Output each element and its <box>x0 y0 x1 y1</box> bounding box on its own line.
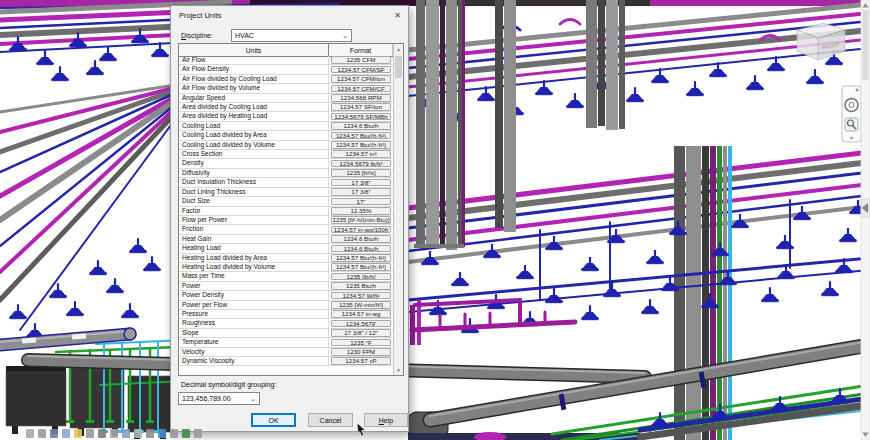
format-button[interactable]: 1234.57 Btu/(h·ft³) <box>331 263 391 271</box>
unit-name: Velocity <box>179 348 329 356</box>
format-button[interactable]: 1235 [W-min/ft³] <box>331 301 391 309</box>
format-button[interactable]: 1234.57 W/ft² <box>331 292 391 300</box>
format-cell: 1235 [lb/h] <box>329 272 393 280</box>
format-button[interactable]: 1234.6 Btu/h <box>331 122 391 130</box>
format-button[interactable]: 1234.5679 SF/MBh <box>331 113 391 121</box>
format-button[interactable]: 1234.5679' <box>331 320 391 328</box>
view-control-icon[interactable] <box>122 429 130 438</box>
view-control-icon[interactable] <box>158 429 166 438</box>
ok-button[interactable]: OK <box>251 413 296 427</box>
view-control-icon[interactable] <box>170 429 178 438</box>
format-button[interactable]: 12.35% <box>331 207 391 215</box>
units-column-header[interactable]: Units <box>179 44 329 56</box>
format-button[interactable]: 1234.57 Btu/(h·ft²) <box>331 132 391 140</box>
scrollbar-thumb[interactable] <box>863 10 869 80</box>
sprinkler-pipe-band <box>408 258 870 333</box>
table-row: Power Density 1234.57 W/ft² <box>179 291 393 300</box>
discipline-select[interactable]: HVAC ⌄ <box>231 29 352 42</box>
units-table: Units Format Air Flow 1235 CFM Air Flow … <box>178 43 404 376</box>
format-button[interactable]: 1235 [ft²/s] <box>331 169 391 177</box>
navbar-gear-icon[interactable] <box>856 89 859 92</box>
format-button[interactable]: 1234.57 SF/ton <box>331 103 391 111</box>
view-control-icon[interactable] <box>194 429 202 438</box>
table-scrollbar-thumb[interactable] <box>395 56 402 78</box>
view-control-icon[interactable] <box>38 429 46 438</box>
cancel-button[interactable]: Cancel <box>308 413 353 427</box>
format-button[interactable]: 1235 CFM <box>331 56 391 64</box>
format-button[interactable]: 1235 [ft³·h/(min-Btu)] <box>331 216 391 224</box>
format-cell: 1234.6 Btu/h <box>329 235 393 243</box>
format-button[interactable]: 1230 FPM <box>331 348 391 356</box>
view-control-icon[interactable] <box>146 429 154 438</box>
format-cell: 1235 [ft²/s] <box>329 169 393 177</box>
format-button[interactable]: 1234.57 in-wg <box>331 310 391 318</box>
view-control-icon[interactable] <box>134 429 142 438</box>
format-button[interactable]: 1234.568 RPM <box>331 94 391 102</box>
view-control-icon[interactable] <box>74 429 82 438</box>
format-button[interactable]: 17 3/8" <box>331 188 391 196</box>
unit-name: Power <box>179 282 329 290</box>
table-row: Density 1234.5679 lb/ft³ <box>179 159 393 168</box>
unit-name: Duct Size <box>179 197 329 205</box>
view-control-icon[interactable] <box>98 429 106 438</box>
unit-name: Angular Speed <box>179 94 329 102</box>
format-button[interactable]: 1234.5679 lb/ft³ <box>331 160 391 168</box>
units-table-body: Air Flow 1235 CFM Air Flow Density 1234.… <box>179 56 393 375</box>
table-row: Slope 17 3/8" / 12" <box>179 329 393 338</box>
table-row: Cooling Load 1234.6 Btu/h <box>179 122 393 131</box>
format-button[interactable]: 1234.57 CFM/ton <box>331 75 391 83</box>
format-button[interactable]: 1234.57 cP <box>331 357 391 365</box>
navigation-bar: ▾ <box>842 86 861 142</box>
format-button[interactable]: 1234.57 Btu/(h·ft²) <box>331 254 391 262</box>
table-row: Mass per Time 1235 [lb/h] <box>179 272 393 281</box>
table-row: Temperature 1235 °F <box>179 338 393 347</box>
format-cell: 1235 [W-min/ft³] <box>329 301 393 309</box>
duct-run-left-wedge <box>0 84 182 338</box>
zoom-tool-icon[interactable] <box>845 118 858 131</box>
view-control-icon[interactable] <box>86 429 94 438</box>
format-column-header[interactable]: Format <box>329 44 393 56</box>
decimal-grouping-select[interactable]: 123,456,789.00 ⌄ <box>178 392 260 405</box>
format-cell: 17 3/8" <box>329 178 393 186</box>
scroll-down-icon[interactable]: ▼ <box>394 365 403 375</box>
close-icon[interactable]: ✕ <box>394 11 401 20</box>
format-button[interactable]: 17" <box>331 198 391 206</box>
format-button[interactable]: 1234.57 CFM/SF <box>331 66 391 74</box>
help-button[interactable]: Help <box>364 413 408 427</box>
view-control-icon[interactable] <box>62 429 70 438</box>
format-button[interactable]: 17 3/8" <box>331 179 391 187</box>
table-row: Air Flow 1235 CFM <box>179 56 393 65</box>
unit-name: Air Flow Density <box>179 65 329 73</box>
format-cell: 17" <box>329 197 393 205</box>
format-button[interactable]: 17 3/8" / 12" <box>331 329 391 337</box>
format-button[interactable]: 1234.57 in-wg/100ft <box>331 226 391 234</box>
format-button[interactable]: 1234.57 in² <box>331 150 391 158</box>
format-button[interactable]: 1235 Btu/h <box>331 282 391 290</box>
view-control-icon[interactable] <box>26 429 34 438</box>
unit-name: Cooling Load <box>179 122 329 130</box>
table-row: Area divided by Cooling Load 1234.57 SF/… <box>179 103 393 112</box>
scroll-up-icon[interactable]: ▲ <box>394 44 403 55</box>
format-button[interactable]: 1235 [lb/h] <box>331 273 391 281</box>
unit-name: Power per Flow <box>179 301 329 309</box>
view-control-icon[interactable] <box>182 429 190 438</box>
table-row: Power 1235 Btu/h <box>179 282 393 291</box>
table-scrollbar[interactable]: ▲ ▼ <box>393 44 403 375</box>
table-row: Angular Speed 1234.568 RPM <box>179 94 393 103</box>
dialog-titlebar[interactable]: Project Units ✕ <box>171 6 408 24</box>
format-button[interactable]: 1234.57 CFM/CF <box>331 85 391 93</box>
format-button[interactable]: 1234.6 Btu/h <box>331 245 391 253</box>
view-control-icon[interactable] <box>50 429 58 438</box>
unit-name: Heat Gain <box>179 235 329 243</box>
table-row: Pressure 1234.57 in-wg <box>179 310 393 319</box>
format-button[interactable]: 1234.57 Btu/(h·ft³) <box>331 141 391 149</box>
view-control-icon[interactable] <box>110 429 118 438</box>
format-button[interactable]: 1235 °F <box>331 339 391 347</box>
format-cell: 1234.57 cP <box>329 357 393 365</box>
model-3d-viewport[interactable]: RIGHT ▾ <box>0 0 870 440</box>
format-button[interactable]: 1234.6 Btu/h <box>331 235 391 243</box>
table-row: Heating Load divided by Volume 1234.57 B… <box>179 263 393 272</box>
viewport-scrollbar[interactable] <box>861 0 870 440</box>
navbar-chevron-down-icon[interactable]: ▾ <box>850 135 853 141</box>
viewcube[interactable]: RIGHT <box>797 23 845 60</box>
